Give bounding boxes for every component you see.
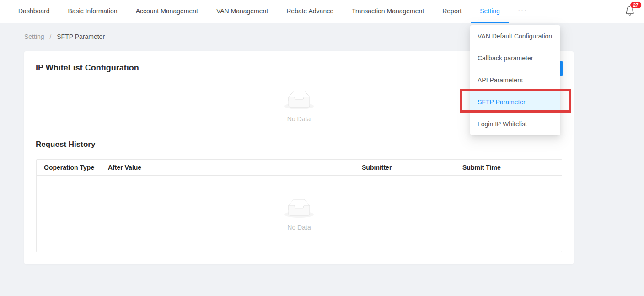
table-empty-state: No Data	[37, 199, 562, 231]
nav-item-basic-information[interactable]: Basic Information	[59, 0, 127, 23]
top-nav-bar: Dashboard Basic Information Account Mana…	[0, 0, 644, 23]
table-header-row: Ooperation Type After Value Submitter Su…	[37, 160, 562, 176]
menu-item-login-ip-whitelist[interactable]: Login IP Whitelist	[470, 113, 560, 135]
notification-area[interactable]: 27	[624, 3, 644, 21]
nav-item-dashboard[interactable]: Dashboard	[9, 0, 59, 23]
page-title: IP WhiteList Configuration	[36, 63, 139, 73]
menu-item-callback-parameter[interactable]: Callback parameter	[470, 47, 560, 69]
col-header-submit-time: Submit Time	[462, 160, 501, 175]
menu-item-van-default-configuration[interactable]: VAN Default Configuration	[470, 25, 560, 47]
main-menu: Dashboard Basic Information Account Mana…	[0, 0, 644, 23]
col-header-after-value: After Value	[108, 160, 141, 175]
col-header-operation-type: Ooperation Type	[44, 160, 94, 175]
breadcrumb: Setting / SFTP Parameter	[24, 33, 105, 40]
col-header-submitter: Submitter	[362, 160, 392, 175]
notification-count-badge: 27	[630, 1, 642, 9]
nav-item-rebate-advance[interactable]: Rebate Advance	[277, 0, 343, 23]
nav-more-ellipsis-icon[interactable]: ···	[509, 0, 537, 23]
breadcrumb-current: SFTP Parameter	[57, 33, 105, 40]
breadcrumb-separator: /	[49, 33, 51, 40]
empty-state-label: No Data	[287, 115, 311, 123]
page: { "nav": { "items": [ { "label": "Dashbo…	[0, 0, 644, 296]
breadcrumb-setting[interactable]: Setting	[24, 33, 44, 40]
request-history-title: Request History	[36, 140, 95, 149]
request-history-table: Ooperation Type After Value Submitter Su…	[36, 159, 562, 252]
setting-dropdown-menu: VAN Default Configuration Callback param…	[470, 25, 560, 135]
empty-state-label: No Data	[287, 224, 311, 231]
table-body: No Data	[37, 176, 562, 252]
empty-inbox-icon	[284, 199, 314, 220]
empty-inbox-icon	[284, 91, 314, 111]
nav-item-account-management[interactable]: Account Management	[127, 0, 207, 23]
nav-item-van-management[interactable]: VAN Management	[207, 0, 277, 23]
nav-item-report[interactable]: Report	[433, 0, 471, 23]
menu-item-sftp-parameter[interactable]: SFTP Parameter	[470, 91, 560, 113]
nav-item-transaction-management[interactable]: Transaction Management	[343, 0, 433, 23]
nav-item-setting[interactable]: Setting	[471, 0, 509, 23]
menu-item-api-parameters[interactable]: API Parameters	[470, 69, 560, 91]
